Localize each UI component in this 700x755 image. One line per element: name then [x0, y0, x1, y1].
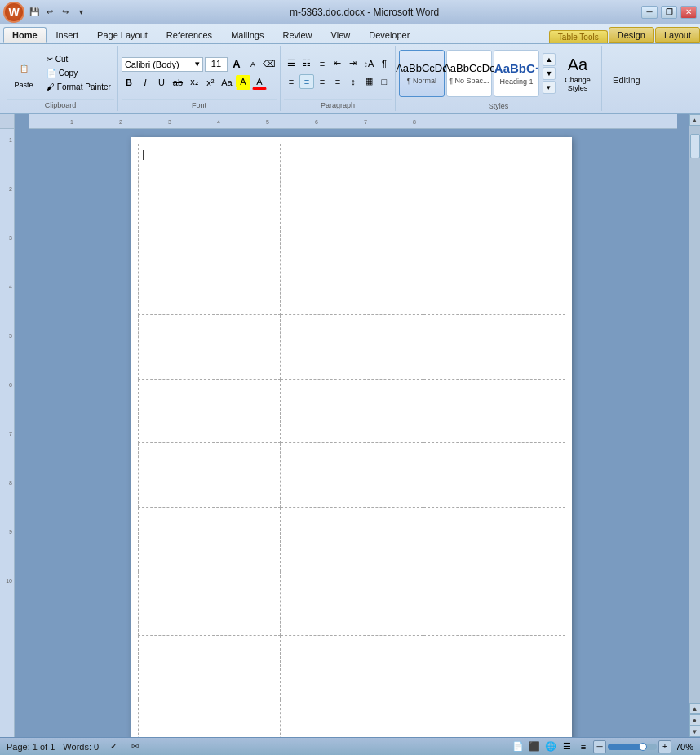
table-cell-1-0[interactable] — [139, 315, 281, 380]
scroll-up-button[interactable]: ▲ — [689, 114, 701, 126]
bold-button[interactable]: B — [122, 75, 136, 90]
scroll-thumb[interactable] — [690, 134, 700, 158]
tab-insert[interactable]: Insert — [47, 27, 88, 43]
table-cell-5-1[interactable] — [281, 571, 423, 636]
document-table[interactable] — [138, 144, 565, 737]
table-cell-4-1[interactable] — [281, 507, 423, 571]
subscript-button[interactable]: x₂ — [187, 75, 202, 90]
strikethrough-button[interactable]: ab — [171, 75, 185, 90]
view-fullscreen-icon[interactable]: ⬛ — [528, 740, 541, 753]
qa-menu-btn[interactable]: ▾ — [74, 6, 87, 19]
underline-button[interactable]: U — [154, 75, 169, 90]
view-web-icon[interactable]: 🌐 — [544, 740, 557, 753]
table-cell-4-0[interactable] — [139, 507, 281, 571]
document-area[interactable]: 1 2 3 4 5 6 7 8 — [15, 114, 689, 737]
zoom-thumb[interactable] — [639, 743, 647, 751]
tab-review[interactable]: Review — [273, 27, 321, 43]
table-cell-2-0[interactable] — [139, 379, 281, 443]
copy-button[interactable]: 📄 Copy — [43, 67, 114, 79]
line-spacing-button[interactable]: ↕ — [346, 74, 361, 89]
font-name-dropdown[interactable]: Calibri (Body) ▾ — [122, 57, 203, 72]
number-list-button[interactable]: ☷ — [299, 56, 314, 71]
scroll-select-browse-button[interactable]: ● — [689, 714, 701, 726]
multilevel-list-button[interactable]: ≡ — [315, 56, 330, 71]
justify-button[interactable]: ≡ — [330, 74, 345, 89]
vertical-scrollbar[interactable]: ▲ ▲ ● ▼ — [689, 114, 700, 737]
style-normal[interactable]: AaBbCcDc ¶ Normal — [399, 50, 445, 97]
scroll-prev-page-button[interactable]: ▲ — [689, 703, 701, 714]
tab-developer[interactable]: Developer — [360, 27, 419, 43]
shrink-font-button[interactable]: A — [246, 57, 260, 72]
table-cell-1-2[interactable] — [423, 315, 565, 380]
table-cell-7-2[interactable] — [423, 699, 565, 737]
styles-up-button[interactable]: ▲ — [543, 53, 556, 66]
table-cell-3-0[interactable] — [139, 443, 281, 508]
align-right-button[interactable]: ≡ — [315, 74, 330, 89]
table-cell-3-2[interactable] — [423, 443, 565, 508]
table-cell-0-2[interactable] — [423, 144, 565, 315]
envelope-icon[interactable]: ✉ — [128, 740, 141, 753]
sort-button[interactable]: ↕A — [361, 56, 376, 71]
font-color-button[interactable]: A — [252, 75, 267, 90]
grow-font-button[interactable]: A — [229, 57, 244, 72]
scroll-track[interactable] — [689, 126, 701, 703]
scroll-next-page-button[interactable]: ▼ — [689, 726, 701, 737]
table-cell-2-1[interactable] — [281, 379, 423, 443]
italic-button[interactable]: I — [138, 75, 153, 90]
format-painter-button[interactable]: 🖌 Format Painter — [43, 81, 114, 93]
table-cell-6-0[interactable] — [139, 635, 281, 699]
table-cell-6-1[interactable] — [281, 635, 423, 699]
restore-btn[interactable]: ❐ — [661, 6, 677, 19]
tab-layout[interactable]: Layout — [655, 27, 700, 43]
minimize-btn[interactable]: ─ — [641, 6, 658, 19]
table-cell-7-1[interactable] — [281, 699, 423, 737]
table-cell-0-1[interactable] — [281, 144, 423, 315]
clear-format-button[interactable]: ⌫ — [262, 57, 277, 72]
table-cell-2-2[interactable] — [423, 379, 565, 443]
redo-quick-btn[interactable]: ↪ — [59, 6, 72, 19]
table-cell-4-2[interactable] — [423, 507, 565, 571]
show-hide-button[interactable]: ¶ — [377, 56, 392, 71]
change-styles-button[interactable]: Aa Change Styles — [557, 47, 598, 100]
close-btn[interactable]: ✕ — [680, 6, 697, 19]
tab-references[interactable]: References — [157, 27, 221, 43]
office-button[interactable]: W — [3, 2, 24, 23]
tab-mailings[interactable]: Mailings — [222, 27, 272, 43]
change-case-button[interactable]: Aa — [219, 75, 234, 90]
paste-button[interactable]: 📋 Paste — [7, 55, 41, 91]
zoom-bar[interactable] — [608, 744, 657, 750]
tab-view[interactable]: View — [322, 27, 360, 43]
bullet-list-button[interactable]: ☰ — [284, 56, 299, 71]
borders-button[interactable]: □ — [377, 74, 392, 89]
tab-design[interactable]: Design — [609, 27, 654, 43]
zoom-plus-button[interactable]: + — [658, 740, 671, 753]
view-outline-icon[interactable]: ☰ — [560, 740, 574, 753]
table-cell-7-0[interactable] — [139, 699, 281, 737]
style-heading1[interactable]: AaBbC· Heading 1 — [494, 50, 539, 97]
cut-button[interactable]: ✂ Cut — [43, 53, 114, 65]
tab-home[interactable]: Home — [3, 27, 47, 43]
decrease-indent-button[interactable]: ⇤ — [330, 56, 345, 71]
table-cell-6-2[interactable] — [423, 635, 565, 699]
styles-down-button[interactable]: ▼ — [543, 67, 556, 80]
zoom-minus-button[interactable]: ─ — [593, 740, 606, 753]
superscript-button[interactable]: x² — [203, 75, 218, 90]
view-normal-icon[interactable]: 📄 — [512, 740, 525, 753]
table-cell-3-1[interactable] — [281, 443, 423, 508]
view-draft-icon[interactable]: ≡ — [577, 740, 590, 753]
highlight-button[interactable]: A — [236, 75, 250, 90]
tab-page-layout[interactable]: Page Layout — [88, 27, 157, 43]
align-left-button[interactable]: ≡ — [284, 74, 299, 89]
table-cell-1-1[interactable] — [281, 315, 423, 380]
save-quick-btn[interactable]: 💾 — [28, 6, 41, 19]
shading-button[interactable]: ▦ — [361, 74, 376, 89]
style-no-spacing[interactable]: AaBbCcDc ¶ No Spac... — [446, 50, 492, 97]
styles-more-button[interactable]: ▾ — [543, 81, 556, 94]
table-cell-5-2[interactable] — [423, 571, 565, 636]
font-size-input[interactable]: 11 — [205, 57, 228, 72]
increase-indent-button[interactable]: ⇥ — [346, 56, 361, 71]
table-cell-5-0[interactable] — [139, 571, 281, 636]
spell-check-icon[interactable]: ✓ — [107, 740, 120, 753]
document-page[interactable] — [131, 137, 572, 737]
undo-quick-btn[interactable]: ↩ — [43, 6, 56, 19]
